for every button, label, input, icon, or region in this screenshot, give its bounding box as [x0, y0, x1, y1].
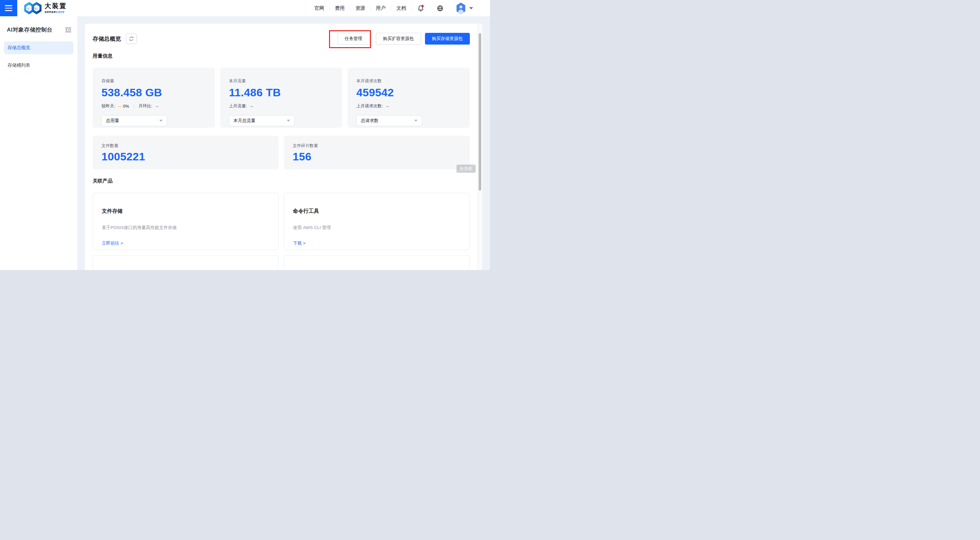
card-label: 本月流量	[229, 78, 334, 84]
card-label: 文件数量	[102, 143, 270, 149]
sidebar-item-label: 存储桶列表	[7, 62, 30, 68]
brand-logo: 大装置 sensecore	[24, 2, 67, 14]
buy-expansion-pack-button[interactable]: 购买扩容资源包	[376, 33, 421, 45]
chevron-down-icon	[414, 120, 417, 122]
brand-text: 大装置 sensecore	[45, 3, 67, 14]
task-management-button[interactable]: 任务管理	[337, 33, 369, 45]
partial-card	[93, 255, 278, 270]
card-label: 本月请求次数	[356, 78, 461, 84]
product-description: 使用 AWS CLI 管理	[293, 225, 461, 231]
page-title: 存储总概览	[93, 35, 121, 43]
card-label: 存储量	[102, 78, 206, 84]
products-section-title: 关联产品	[93, 178, 470, 184]
chevron-down-icon	[287, 120, 290, 122]
scrollbar-thumb[interactable]	[479, 33, 481, 191]
notification-dot	[422, 5, 424, 7]
sidebar-item-bucket-list[interactable]: 存储桶列表	[4, 59, 73, 72]
nav-link-official-site[interactable]: 官网	[314, 5, 324, 11]
select-value: 本月总流量	[234, 118, 256, 124]
select-value: 总请求数	[361, 118, 379, 124]
chevron-down-icon	[159, 120, 162, 122]
metric-select-dropdown[interactable]: 总用量	[102, 115, 167, 126]
card-stats: 上月请求次数: --	[356, 103, 461, 109]
logo-cube-left	[27, 6, 31, 10]
stat-value: 0%	[123, 104, 129, 109]
nav-separator	[391, 6, 391, 11]
partial-cards-row	[93, 255, 470, 270]
card-label: 文件碎片数量	[293, 143, 461, 149]
buy-storage-pack-button[interactable]: 购买存储资源包	[425, 33, 470, 45]
card-stats: 上月流量: --	[229, 103, 334, 109]
sidebar-item-label: 存储总概览	[7, 45, 30, 51]
sensecore-logo-icon	[24, 2, 42, 14]
stat-value: --	[386, 104, 389, 109]
download-link[interactable]: 下载 >	[293, 241, 305, 246]
console-title: AI对象存储控制台	[7, 26, 52, 33]
vertical-scrollbar[interactable]	[478, 24, 482, 270]
stat-label: 较昨天:	[102, 103, 115, 109]
user-avatar[interactable]	[456, 3, 466, 14]
stat-value: --	[250, 104, 253, 109]
refresh-icon	[129, 36, 134, 41]
top-navigation: 官网 费用 资源 用户 文档	[309, 3, 490, 14]
brand-name-cn: 大装置	[45, 3, 67, 9]
language-globe-icon[interactable]	[437, 5, 444, 12]
card-value: 538.458 GB	[102, 86, 206, 99]
toolbar: 任务管理 购买扩容资源包 购买存储资源包	[337, 33, 470, 45]
product-title: 命令行工具	[293, 208, 461, 215]
sidebar-collapse-icon[interactable]	[65, 27, 72, 32]
file-fragment-count-card: 文件碎片数量 156	[284, 135, 470, 169]
stat-dash: --	[118, 104, 122, 109]
card-value: 1005221	[102, 150, 270, 163]
storage-usage-card: 存储量 538.458 GB 较昨天: -- 0% 月环比: -- 总用量	[93, 68, 215, 128]
stat-value: --	[156, 104, 159, 109]
logo-cube-right	[35, 6, 38, 10]
sidebar-item-storage-overview[interactable]: 存储总概览	[4, 41, 73, 54]
file-count-card: 文件数量 1005221	[93, 135, 278, 169]
card-value: 459542	[356, 86, 461, 99]
card-value: 156	[293, 150, 461, 163]
monthly-traffic-card: 本月流量 11.486 TB 上月流量: -- 本月总流量	[220, 68, 342, 128]
content-panel: 存储总概览 任务管理 购买扩容资源包 购买存储资源包 用量信息	[85, 24, 482, 270]
select-value: 总用量	[106, 118, 119, 124]
account-dropdown-caret-icon[interactable]	[469, 7, 473, 10]
brand-core: core	[56, 10, 64, 14]
hamburger-menu-button[interactable]	[0, 0, 17, 16]
brand-name-sub: sensecore	[45, 10, 67, 14]
nav-link-resources[interactable]: 资源	[355, 5, 365, 11]
nav-link-billing[interactable]: 费用	[335, 5, 345, 11]
panel-header: 存储总概览 任务管理 购买扩容资源包 购买存储资源包	[93, 33, 470, 45]
stat-divider	[134, 104, 134, 108]
nav-link-docs[interactable]: 文档	[396, 5, 406, 11]
go-now-link[interactable]: 立即前往 >	[102, 241, 123, 246]
top-bar: 大装置 sensecore 官网 费用 资源 用户 文档	[0, 0, 490, 16]
card-value: 11.486 TB	[229, 86, 334, 99]
notification-bell-icon[interactable]	[417, 5, 424, 12]
product-card-cli-tool: 命令行工具 使用 AWS CLI 管理 下载 >	[284, 193, 470, 250]
product-description: 基于POSIX接口的海量高性能文件存储	[102, 225, 270, 231]
refresh-button[interactable]	[126, 33, 137, 44]
monthly-requests-card: 本月请求次数 459542 上月请求次数: -- 总请求数	[348, 68, 470, 128]
brand-sense: sense	[45, 10, 56, 14]
usage-section-title: 用量信息	[93, 53, 470, 59]
stat-label: 上月流量:	[229, 103, 247, 109]
file-cards-row: 文件数量 1005221 文件碎片数量 156	[93, 135, 470, 169]
card-stats: 较昨天: -- 0% 月环比: --	[102, 103, 206, 109]
metric-select-dropdown[interactable]: 总请求数	[356, 115, 422, 126]
task-button-wrapper: 任务管理	[337, 33, 369, 45]
product-title: 文件存储	[102, 208, 270, 215]
metric-select-dropdown[interactable]: 本月总流量	[229, 115, 294, 126]
annotation-tool-label: 矩形框	[457, 165, 476, 173]
nav-separator	[411, 6, 412, 11]
product-cards-row: 文件存储 基于POSIX接口的海量高性能文件存储 立即前往 > 命令行工具 使用…	[93, 193, 470, 250]
sidebar: AI对象存储控制台 存储总概览 存储桶列表	[0, 16, 77, 270]
stat-label: 月环比:	[138, 103, 153, 109]
app-root: 大装置 sensecore 官网 费用 资源 用户 文档	[0, 0, 490, 270]
nav-link-users[interactable]: 用户	[376, 5, 386, 11]
nav-separator	[370, 6, 371, 11]
usage-cards-row: 存储量 538.458 GB 较昨天: -- 0% 月环比: -- 总用量 本月…	[93, 68, 470, 128]
nav-separator	[329, 6, 330, 11]
partial-card	[284, 255, 470, 270]
stat-label: 上月请求次数:	[356, 103, 383, 109]
product-card-file-storage: 文件存储 基于POSIX接口的海量高性能文件存储 立即前往 >	[93, 193, 278, 250]
